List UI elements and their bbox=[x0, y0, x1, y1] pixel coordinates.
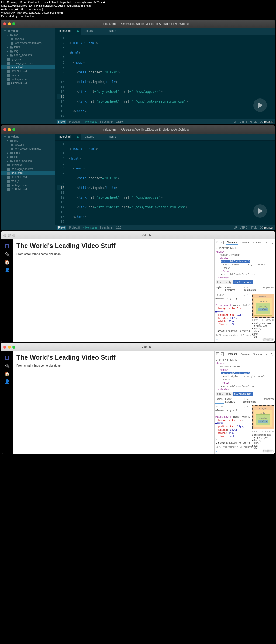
inspect-icon[interactable]: ⬚ bbox=[216, 352, 219, 356]
styles-filter[interactable]: Filter bbox=[215, 293, 224, 297]
window-titlebar[interactable]: index.html — /Users/rob/Working/Electron… bbox=[1, 20, 275, 28]
tab-more[interactable]: » bbox=[265, 352, 268, 356]
tab-sources[interactable]: Sources bbox=[253, 241, 263, 244]
crumb-html[interactable]: html bbox=[216, 280, 224, 284]
console-preserve-log[interactable]: ☐ Preserve log bbox=[240, 445, 256, 448]
inspect-icon[interactable]: ⬚ bbox=[216, 241, 219, 244]
tree-readme[interactable]: README.md bbox=[1, 81, 55, 86]
close-icon[interactable] bbox=[3, 346, 6, 349]
code-view[interactable]: 12345678910111213141516171819 <!DOCTYPE … bbox=[55, 35, 275, 119]
computed-filter[interactable]: Filter bbox=[252, 430, 258, 433]
styles-pane[interactable]: Filter+, ☀ ⁝ element.style { } #side-nav… bbox=[215, 292, 251, 329]
tab-index[interactable]: index.html bbox=[55, 134, 81, 140]
styles-pane[interactable]: Filter+, ☀ ⁝ element.style { } #side-nav… bbox=[215, 404, 251, 441]
stab-styles[interactable]: Styles bbox=[215, 285, 224, 292]
status-lineending[interactable]: LF bbox=[234, 226, 237, 229]
tree-license[interactable]: LICENSE.md bbox=[1, 175, 55, 179]
devtools-menu-icon[interactable]: ⋮ × bbox=[270, 352, 273, 357]
tree-gitignore[interactable]: .gitignore bbox=[1, 163, 55, 167]
code-lines[interactable]: <!DOCTYPE html> <html> <head> <meta char… bbox=[67, 35, 275, 119]
console-clear-icon[interactable]: ◎ bbox=[216, 445, 218, 448]
close-icon[interactable] bbox=[3, 22, 6, 25]
stab-dom[interactable]: DOM Breakpoints bbox=[242, 285, 261, 292]
computed-filter[interactable]: Filter bbox=[252, 319, 258, 321]
tree-fonts[interactable]: fonts bbox=[1, 45, 55, 49]
tab-console[interactable]: Console bbox=[240, 352, 250, 356]
file-tree[interactable]: vidpub css app.css font-awesome.min.css … bbox=[1, 28, 55, 124]
tree-swp[interactable]: .package.json.swp bbox=[1, 167, 55, 171]
tab-more[interactable]: » bbox=[265, 241, 268, 244]
stab-listeners[interactable]: Event Listeners bbox=[224, 397, 242, 404]
dom-selected-sidenav[interactable]: ▾<div id="side-nav"> bbox=[221, 260, 250, 263]
crumb-sidenav[interactable]: div#side-nav bbox=[233, 280, 253, 284]
tree-root[interactable]: vidpub bbox=[1, 135, 55, 139]
file-tree[interactable]: vidpub css app.css font-awesome.min.css … bbox=[1, 134, 55, 230]
devtools-dom-tree[interactable]: <!DOCTYPE html> <html> ▸<head>…</head> ▾… bbox=[215, 357, 275, 397]
status-language[interactable]: HTML bbox=[250, 226, 257, 229]
computed-showall[interactable]: ☐ Show all bbox=[262, 430, 274, 433]
status-file-issues[interactable]: File 0 bbox=[57, 120, 66, 124]
tab-elements[interactable]: Elements bbox=[226, 240, 238, 245]
tree-facss[interactable]: font-awesome.min.css bbox=[1, 147, 55, 151]
tree-root[interactable]: vidpub bbox=[1, 29, 55, 33]
sidenav-film-icon[interactable]: 🎞 bbox=[5, 356, 9, 361]
computed-showall[interactable]: ☐ Show all bbox=[262, 319, 274, 321]
minimize-icon[interactable] bbox=[8, 234, 11, 237]
crumb-body[interactable]: body bbox=[224, 280, 233, 284]
maximize-icon[interactable] bbox=[12, 234, 15, 237]
sidenav-plug-icon[interactable]: 🔌 bbox=[5, 363, 10, 369]
sidenav-user-icon[interactable]: 👤 bbox=[5, 379, 10, 384]
tab-mainjs[interactable]: main.js bbox=[104, 28, 126, 35]
devtools-menu-icon[interactable]: ⋮ × bbox=[270, 240, 273, 245]
console-frame-select[interactable]: <top frame> ▾ bbox=[223, 445, 238, 448]
devtools-dom-tree[interactable]: <!DOCTYPE html> <html> ▸<head>…</head> ▾… bbox=[215, 246, 275, 285]
status-encoding[interactable]: UTF-8 bbox=[240, 226, 247, 229]
ctab-console[interactable]: Console bbox=[216, 330, 225, 332]
tree-css[interactable]: css bbox=[1, 33, 55, 37]
ctab-rendering[interactable]: Rendering bbox=[239, 330, 250, 332]
tree-fonts[interactable]: fonts bbox=[1, 151, 55, 155]
stab-dom[interactable]: DOM Breakpoints bbox=[242, 397, 261, 404]
sidenav-home-icon[interactable]: 🏠 bbox=[5, 260, 10, 265]
window-titlebar[interactable]: Vidpub bbox=[1, 231, 275, 239]
tree-appcss[interactable]: app.css bbox=[1, 37, 55, 41]
status-encoding[interactable]: UTF-8 bbox=[240, 120, 247, 123]
tree-mainjs[interactable]: main.js bbox=[1, 73, 55, 77]
sidenav-home-icon[interactable]: 🏠 bbox=[5, 371, 10, 376]
crumb-body[interactable]: body bbox=[224, 392, 233, 396]
tab-index[interactable]: index.html bbox=[55, 28, 81, 35]
close-icon[interactable] bbox=[3, 234, 6, 237]
tree-package[interactable]: package.json bbox=[1, 183, 55, 187]
sidenav-film-icon[interactable]: 🎞 bbox=[5, 244, 9, 249]
console-clear-icon[interactable]: ◎ bbox=[216, 334, 218, 336]
status-file-issues[interactable]: File 0 bbox=[57, 226, 66, 230]
css-source-link[interactable]: index.html:9 bbox=[233, 415, 250, 418]
tree-package[interactable]: package.json bbox=[1, 77, 55, 81]
tree-img[interactable]: img bbox=[1, 155, 55, 159]
tree-mainjs[interactable]: main.js bbox=[1, 179, 55, 183]
tree-node-modules[interactable]: node_modules bbox=[1, 53, 55, 57]
styles-actions[interactable]: +, ☀ ⁝ bbox=[242, 405, 250, 408]
tree-license[interactable]: LICENSE.md bbox=[1, 69, 55, 73]
tree-index[interactable]: index.html bbox=[1, 65, 55, 69]
ctab-emulation[interactable]: Emulation bbox=[226, 330, 237, 332]
tab-sources[interactable]: Sources bbox=[253, 352, 263, 356]
tree-gitignore[interactable]: .gitignore bbox=[1, 57, 55, 61]
styles-actions[interactable]: +, ☀ ⁝ bbox=[242, 293, 250, 297]
device-icon[interactable]: ▭ bbox=[221, 352, 224, 356]
close-icon[interactable] bbox=[3, 128, 6, 131]
tab-appcss[interactable]: app.css bbox=[81, 134, 104, 140]
status-no-issues[interactable]: ✓ No Issues bbox=[82, 120, 97, 123]
tab-console[interactable]: Console bbox=[240, 241, 250, 244]
code-view[interactable]: 12345678910111213141516171819202122 <!DO… bbox=[55, 141, 275, 225]
sidenav-user-icon[interactable]: 👤 bbox=[5, 267, 10, 272]
device-icon[interactable]: ▭ bbox=[221, 241, 224, 244]
tab-appcss[interactable]: app.css bbox=[81, 28, 104, 35]
maximize-icon[interactable] bbox=[12, 128, 15, 131]
maximize-icon[interactable] bbox=[12, 346, 15, 349]
tree-readme[interactable]: README.md bbox=[1, 187, 55, 191]
ctab-rendering[interactable]: Rendering bbox=[239, 441, 250, 444]
tree-swp[interactable]: .package.json.swp bbox=[1, 61, 55, 65]
dom-selected-sidenav[interactable]: ▾<div id="side-nav"> bbox=[221, 372, 250, 374]
console-filter-icon[interactable]: ▽ bbox=[219, 334, 221, 336]
